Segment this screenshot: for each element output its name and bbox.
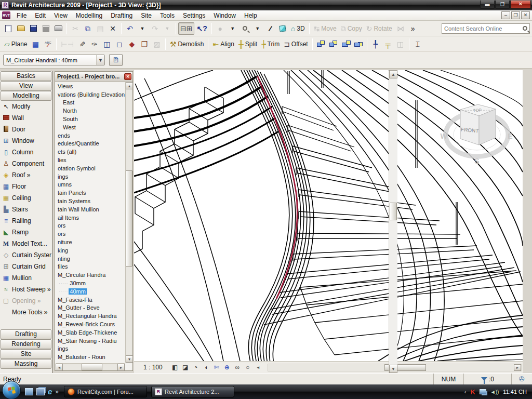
designbar-tab-rendering[interactable]: Rendering <box>1 339 51 349</box>
zoom-dropdown[interactable]: ▼ <box>251 22 264 35</box>
menu-drafting[interactable]: Drafting <box>107 11 137 20</box>
crop-region-visibility-icon[interactable]: ⊕ <box>222 363 232 372</box>
designbar-item-door[interactable]: Door <box>0 124 52 135</box>
viewcube-top-label[interactable]: TOP <box>473 108 482 113</box>
tree-item[interactable]: umns <box>56 181 125 189</box>
tree-item[interactable]: M_Gutter - Beve <box>56 304 125 312</box>
minimize-button[interactable]: ▬ <box>480 1 495 9</box>
start-button[interactable] <box>2 381 21 399</box>
mdi-restore-button[interactable]: ❐ <box>511 11 520 19</box>
shadows-icon[interactable]: ◔ <box>191 363 201 372</box>
scroll-right-arrow[interactable]: ► <box>514 364 521 371</box>
type-selector-combobox[interactable]: M_Circular Handrail : 40mm ▼ <box>3 55 105 65</box>
designbar-item-mullion[interactable]: ▦Mullion <box>0 272 52 284</box>
tree-item[interactable]: ·····40mm <box>56 287 125 296</box>
copy-button[interactable]: ⧉ <box>82 22 94 35</box>
tree-item[interactable]: East <box>56 99 125 107</box>
scrollbar-thumb[interactable] <box>82 364 102 370</box>
designbar-item-modify[interactable]: ↖Modify <box>0 101 52 112</box>
menu-help[interactable]: Help <box>240 11 261 20</box>
thin-lines-button[interactable]: ∕∕∕ <box>264 22 276 35</box>
scroll-left-arrow[interactable]: ◄ <box>253 363 263 372</box>
designbar-item-ramp[interactable]: ◣Ramp <box>0 227 52 238</box>
menu-file[interactable]: File <box>12 11 31 20</box>
wall-cut-button[interactable]: ◻ <box>113 38 126 50</box>
join-geometry-button[interactable] <box>315 38 327 50</box>
dynamic-view-button[interactable] <box>276 22 289 35</box>
project-browser-close-button[interactable]: ✕ <box>124 73 131 80</box>
designbar-item-railing[interactable]: ≡Railing <box>0 215 52 227</box>
attach-top-base-button[interactable]: ╤ <box>382 38 394 50</box>
tree-item[interactable]: M_Fascia-Fla <box>56 296 125 304</box>
cut-geometry-button[interactable] <box>340 38 352 50</box>
detail-level-icon[interactable]: ◧ <box>170 363 180 372</box>
offset-button[interactable]: ⊐Offset <box>282 38 310 50</box>
group-button[interactable]: ❒ <box>138 38 151 50</box>
designbar-item-roof[interactable]: ◈Roof » <box>0 169 52 181</box>
tree-item[interactable]: M_Rectangular Handra <box>56 312 125 320</box>
view-scale-label[interactable]: 1 : 100 <box>134 364 170 371</box>
internet-explorer-icon[interactable]: e <box>48 388 52 395</box>
temporary-hide-isolate-icon[interactable]: ○ <box>243 363 253 372</box>
tree-item[interactable]: tain Panels <box>56 189 125 197</box>
scroll-up-arrow[interactable]: ▲ <box>389 70 397 78</box>
new-button[interactable] <box>2 22 15 35</box>
default-3d-view-button[interactable]: ⌂3D <box>289 22 307 35</box>
tree-item[interactable]: South <box>56 115 125 123</box>
designbar-tab-modelling[interactable]: Modelling <box>1 91 51 101</box>
tree-item[interactable]: niture <box>56 238 125 246</box>
tree-item[interactable]: ings <box>56 345 125 353</box>
communication-center-cell[interactable]: ✇ <box>511 374 532 384</box>
tree-item[interactable]: M_Reveal-Brick Cours <box>56 320 125 328</box>
compass-west-label[interactable]: W <box>440 132 447 140</box>
menu-edit[interactable]: Edit <box>31 11 50 20</box>
designbar-item-model-text[interactable]: MModel Text... <box>0 238 52 249</box>
element-properties-button[interactable]: 🖹 <box>109 54 123 66</box>
tree-item[interactable]: ·····30mm <box>56 279 125 287</box>
spelling-button[interactable]: ABC✓ <box>42 38 54 50</box>
scrollbar-thumb[interactable] <box>390 203 397 220</box>
tree-item[interactable]: nting <box>56 255 125 263</box>
undo-button[interactable]: ↶ <box>124 22 136 35</box>
project-browser-titlebar[interactable]: Project1 - Project bro... ✕ <box>55 72 132 82</box>
compass-east-label[interactable]: E <box>508 132 512 140</box>
designbar-tab-drafting[interactable]: Drafting <box>1 329 51 339</box>
save-button[interactable] <box>27 22 39 35</box>
split-button[interactable]: ╫Split <box>236 38 259 50</box>
rendering-dialog-icon[interactable]: ◖ <box>201 363 211 372</box>
grid-button[interactable]: ▦ <box>29 38 42 50</box>
wall-opening-button[interactable]: ◫ <box>101 38 113 50</box>
crop-region-icon[interactable]: ✄ <box>211 363 222 372</box>
viewport-vertical-scrollbar[interactable]: ▲ ▼ <box>389 70 397 373</box>
designbar-item-host-sweep[interactable]: ≈Host Sweep » <box>0 284 52 295</box>
model-graphics-style-icon[interactable]: ◪ <box>180 363 191 372</box>
scroll-up-arrow[interactable]: ▲ <box>126 82 133 89</box>
menu-settings[interactable]: Settings <box>179 11 209 20</box>
tree-item[interactable]: M_Slab Edge-Thickene <box>56 328 125 337</box>
mdi-close-button[interactable]: ✕ <box>521 11 530 19</box>
designbar-item-wall[interactable]: Wall <box>0 112 52 124</box>
tree-item[interactable]: tain Wall Mullion <box>56 205 125 214</box>
wall-joins-button[interactable]: ╄ <box>369 38 382 50</box>
undo-dropdown[interactable]: ▼ <box>136 22 149 35</box>
match-type-button[interactable]: ✎ <box>76 38 88 50</box>
linework-button[interactable]: ✑ <box>88 38 101 50</box>
menu-view[interactable]: View <box>50 11 72 20</box>
restore-button[interactable]: ❐ <box>495 1 510 9</box>
kaspersky-tray-icon[interactable]: K <box>470 388 475 396</box>
scroll-down-arrow[interactable]: ▼ <box>389 365 397 373</box>
align-button[interactable]: ⇤Align <box>210 38 236 50</box>
tree-item[interactable]: ors <box>56 222 125 230</box>
network-tray-icon[interactable] <box>480 389 486 394</box>
shading-dropdown[interactable]: ▼ <box>227 22 239 35</box>
chevron-down-icon[interactable]: ▼ <box>96 55 104 65</box>
demolish-button[interactable]: ⚒Demolish <box>168 38 206 50</box>
work-plane-button[interactable]: ▱Plane <box>2 38 29 50</box>
tree-item[interactable]: ors <box>56 230 125 238</box>
designbar-tab-massing[interactable]: Massing <box>1 359 51 369</box>
drawing-viewport[interactable]: E S W TOP FRONT 1 : 100 ◧ ◪ ◔ ◖ ✄ <box>134 70 523 373</box>
mdi-minimize-button[interactable]: – <box>501 11 510 19</box>
switch-windows-icon[interactable] <box>36 388 45 395</box>
designbar-item-curtain-syster[interactable]: ◇Curtain Syster <box>0 249 52 261</box>
taskbar-clock[interactable]: 11:41 CH <box>503 389 527 395</box>
